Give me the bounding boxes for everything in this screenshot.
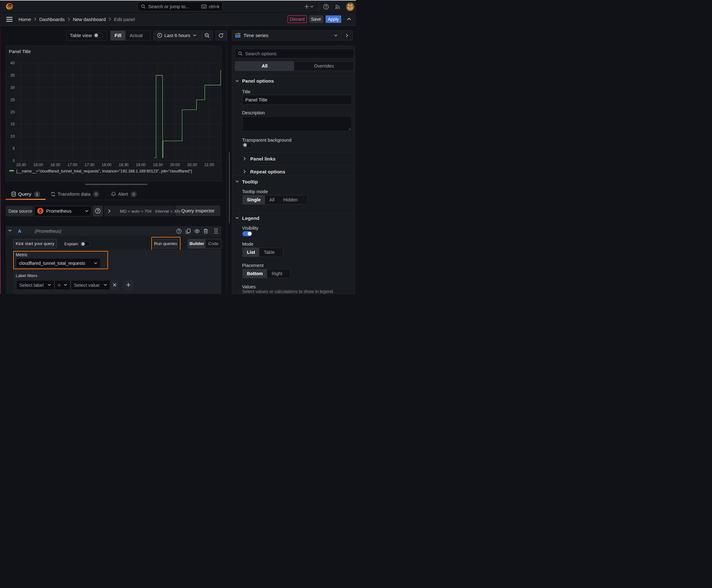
- svg-text:18:30: 18:30: [118, 163, 128, 167]
- svg-text:17:00: 17:00: [67, 163, 77, 167]
- svg-text:15: 15: [10, 122, 15, 126]
- svg-text:20: 20: [10, 110, 15, 114]
- svg-text:21:00: 21:00: [204, 163, 214, 167]
- svg-text:20:00: 20:00: [170, 163, 179, 167]
- svg-text:40: 40: [10, 61, 15, 65]
- svg-text:25: 25: [10, 98, 15, 102]
- svg-text:10: 10: [10, 134, 15, 139]
- svg-text:17:30: 17:30: [84, 163, 94, 167]
- svg-text:18:00: 18:00: [102, 163, 111, 167]
- svg-text:5: 5: [13, 146, 15, 151]
- svg-text:16:00: 16:00: [33, 163, 43, 167]
- svg-text:0: 0: [13, 159, 15, 163]
- svg-text:16:30: 16:30: [50, 163, 60, 167]
- svg-text:{__name__="cloudflared_tunnel_: {__name__="cloudflared_tunnel_total_requ…: [16, 169, 192, 173]
- svg-text:19:30: 19:30: [153, 163, 163, 167]
- svg-text:30: 30: [10, 85, 15, 90]
- svg-text:15:30: 15:30: [16, 163, 26, 167]
- svg-text:19:00: 19:00: [136, 163, 145, 167]
- svg-text:20:30: 20:30: [187, 163, 197, 167]
- svg-text:35: 35: [10, 73, 15, 78]
